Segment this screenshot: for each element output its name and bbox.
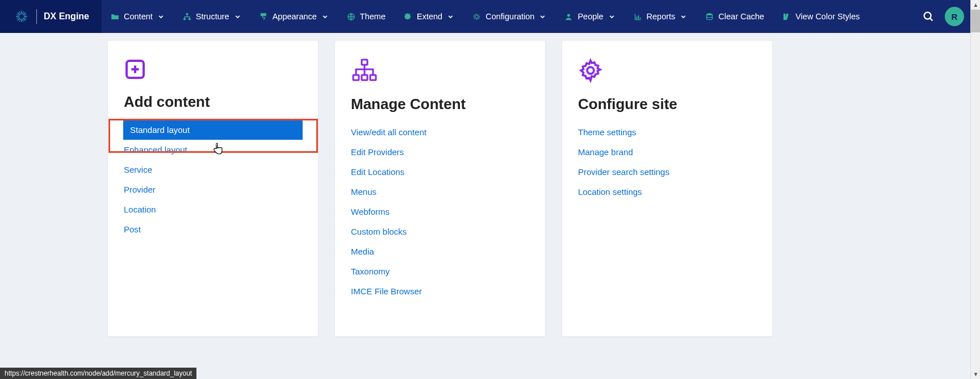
link-location-settings[interactable]: Location settings [578,182,756,202]
link-location[interactable]: Location [124,199,302,219]
brand-divider [36,9,37,24]
nav-item-appearance[interactable]: Appearance [250,0,338,33]
nav-item-people[interactable]: People [555,0,624,33]
puzzle-icon [404,13,412,21]
status-url: https://crestnerhealth.com/node/add/merc… [5,369,192,377]
link-edit-providers[interactable]: Edit Providers [351,142,529,162]
chart-icon [634,13,642,21]
svg-rect-23 [638,15,639,19]
chevron-down-icon [608,13,615,20]
link-provider-search-settings[interactable]: Provider search settings [578,162,756,182]
nav-item-extend[interactable]: Extend [395,0,463,33]
link-manage-brand[interactable]: Manage brand [578,142,756,162]
svg-line-10 [24,18,27,19]
nav-label: Configuration [485,12,534,21]
brand-logo-icon [14,9,30,24]
link-menus[interactable]: Menus [351,182,529,202]
svg-point-37 [587,67,594,74]
svg-rect-35 [362,75,367,80]
svg-rect-33 [362,60,367,65]
svg-rect-22 [636,16,637,19]
nav-label: Appearance [273,12,317,21]
globe-icon [347,13,355,21]
card-title: Configure site [578,95,756,113]
chevron-down-icon [157,13,165,20]
svg-rect-16 [186,13,188,15]
swatch-icon [782,13,791,21]
scroll-up-icon[interactable]: ▲ [971,0,980,10]
card-configure-site: Configure siteTheme settingsManage brand… [562,41,772,336]
nav-item-structure[interactable]: Structure [174,0,250,33]
status-bar: https://crestnerhealth.com/node/add/merc… [0,368,196,379]
nav-item-view-color-styles[interactable]: View Color Styles [773,0,869,33]
nav-item-content[interactable]: Content [102,0,174,33]
link-view-edit-all-content[interactable]: View/edit all content [351,122,529,142]
hierarchy-icon [351,58,529,85]
card-links: View/edit all contentEdit ProvidersEdit … [351,122,529,301]
card-manage-content: Manage ContentView/edit all contentEdit … [335,41,545,336]
svg-rect-24 [639,17,640,19]
avatar[interactable]: R [945,7,964,26]
primary-nav: ContentStructureAppearanceThemeExtendCon… [102,0,980,33]
svg-rect-36 [370,75,376,80]
folder-icon [111,13,119,21]
link-media[interactable]: Media [351,241,529,261]
link-custom-blocks[interactable]: Custom blocks [351,222,529,241]
card-add-content: Add contentStandard layoutEnhanced layou… [108,41,318,336]
svg-rect-18 [189,18,191,20]
link-post[interactable]: Post [124,219,302,239]
link-edit-locations[interactable]: Edit Locations [351,162,529,182]
scroll-down-icon[interactable]: ▼ [971,369,980,379]
search-icon[interactable] [922,10,935,23]
card-title: Add content [124,93,302,111]
paint-icon [259,13,268,21]
scroll-thumb[interactable] [971,10,980,32]
nav-label: Content [124,12,153,21]
svg-point-21 [567,14,570,16]
chevron-down-icon [680,13,687,20]
svg-line-12 [19,19,20,22]
main-content: Add contentStandard layoutEnhanced layou… [0,33,980,336]
chevron-down-icon [321,13,329,20]
nav-label: Theme [360,12,386,21]
svg-rect-17 [183,18,186,20]
plus-box-icon [124,58,302,83]
svg-point-25 [707,13,713,15]
user-icon [564,13,573,21]
brand-name: DX Engine [44,11,89,22]
avatar-initial: R [952,12,958,22]
chevron-down-icon [234,13,241,20]
nav-item-configuration[interactable]: Configuration [463,0,555,33]
card-links: Standard layoutEnhanced layoutServicePro… [124,120,302,239]
nav-label: People [577,12,603,21]
nav-item-theme[interactable]: Theme [338,0,395,33]
nav-item-clear-cache[interactable]: Clear Cache [696,0,773,33]
gear-icon [578,58,756,85]
scrollbar[interactable]: ▲ ▼ [970,0,980,379]
card-title: Manage Content [351,95,529,113]
gear-icon [472,13,481,21]
svg-line-8 [23,11,24,14]
link-standard-layout[interactable]: Standard layout [123,120,303,140]
link-webforms[interactable]: Webforms [351,202,529,222]
nav-label: Reports [647,12,676,21]
brand[interactable]: DX Engine [0,0,102,33]
card-links: Theme settingsManage brandProvider searc… [578,122,756,202]
link-provider[interactable]: Provider [124,180,302,199]
nav-label: Structure [196,12,229,21]
nav-label: Extend [417,12,442,21]
nav-label: Clear Cache [718,12,764,21]
svg-line-29 [930,18,932,20]
chevron-down-icon [447,13,454,20]
nav-item-reports[interactable]: Reports [625,0,697,33]
svg-point-28 [924,13,931,19]
link-taxonomy[interactable]: Taxonomy [351,261,529,281]
link-imce-file-browser[interactable]: IMCE File Browser [351,281,529,301]
sitemap-icon [183,13,191,21]
chevron-down-icon [539,13,546,20]
svg-line-14 [16,14,19,15]
link-enhanced-layout[interactable]: Enhanced layout [124,140,302,160]
link-service[interactable]: Service [124,160,302,180]
link-theme-settings[interactable]: Theme settings [578,122,756,142]
svg-rect-34 [353,75,359,80]
